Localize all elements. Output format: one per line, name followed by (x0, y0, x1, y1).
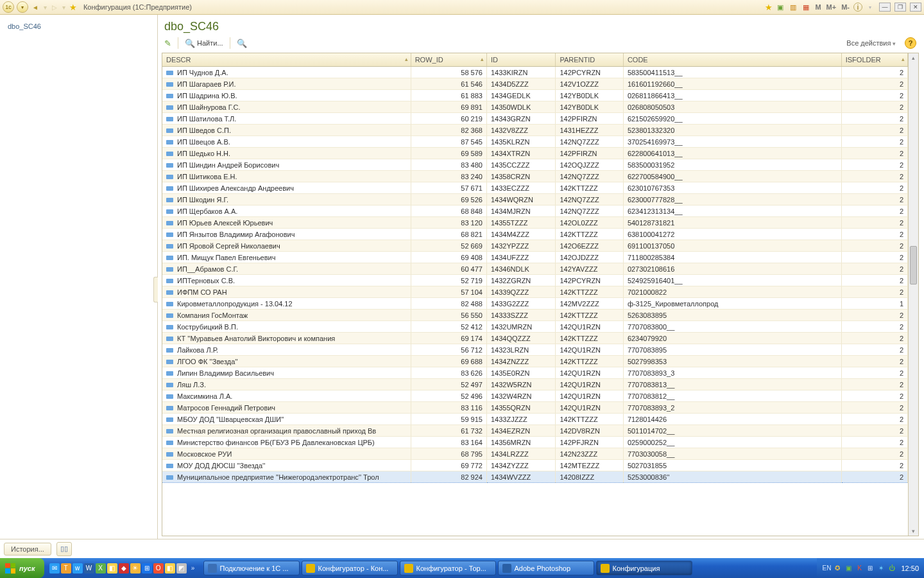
table-row[interactable]: ИП Янзытов Владимир Агафонович68 8211434… (162, 229, 908, 240)
table-row[interactable]: ИП Шадрина Ю.В.61 8831434GEDLK142YB0DLK0… (162, 90, 908, 101)
dropdown-button[interactable]: ▾ (17, 1, 28, 13)
table-row[interactable]: МОУ ДОД ДЮСШ ''Звезда''69 7721434ZYZZZ14… (162, 460, 908, 471)
table-row[interactable]: ИП Швецов А.В.87 5451435KLRZN142NQ7ZZZ37… (162, 136, 908, 148)
table-row[interactable]: Местная религиозная организация правосла… (162, 425, 908, 437)
table-row[interactable]: ИП Шихирев Александр Андреевич57 6711433… (162, 182, 908, 194)
table-row[interactable]: ИП Чуднов Д.А.58 5761433KIRZN142PCYRZN58… (162, 67, 908, 78)
ql-icon[interactable]: w (73, 563, 83, 574)
m-minus-button[interactable]: M- (840, 3, 851, 11)
find-button[interactable]: 🔍Найти... (185, 39, 223, 48)
ql-icon[interactable]: ⊞ (142, 563, 152, 574)
table-row[interactable]: Кировметаллопродукция - 13.04.1282 48814… (162, 298, 908, 310)
scroll-down-icon[interactable]: ▾ (909, 527, 918, 536)
ql-icon[interactable]: X (96, 563, 106, 574)
tray-lang[interactable]: EN (822, 564, 831, 573)
table-row[interactable]: ИП Шкодин Я.Г.69 5261434WQRZN142NQ7ZZZ62… (162, 194, 908, 206)
vertical-scrollbar[interactable]: ▴ ▾ (908, 53, 918, 536)
panel-icon[interactable]: ▥ (788, 2, 798, 12)
ql-icon[interactable]: ◧ (107, 563, 117, 574)
tray-clock[interactable]: 12:50 (901, 565, 919, 572)
nav-back-menu-icon[interactable]: ▾ (42, 4, 48, 11)
ql-more-icon[interactable]: » (188, 563, 198, 574)
table-row[interactable]: ЛГОО ФК ''Звезда''69 6881434ZNZZZ142KTTZ… (162, 356, 908, 367)
scroll-up-icon[interactable]: ▴ (909, 53, 918, 62)
tray-icon[interactable]: K (855, 564, 864, 573)
table-row[interactable]: Максимкина Л.А.52 4961432W4RZN142QU1RZN7… (162, 390, 908, 402)
help-icon[interactable]: ? (905, 37, 916, 49)
edit-button[interactable]: ✎ (164, 39, 171, 48)
start-button[interactable]: пуск (0, 558, 44, 578)
table-row[interactable]: ИП Шедько Н.Н.69 5891434XTRZN142PFIRZN62… (162, 148, 908, 159)
tray-icon[interactable]: ⏻ (887, 564, 896, 573)
table-row[interactable]: ИП__Абрамов С.Г.60 47714346NDLK142YAVZZZ… (162, 263, 908, 275)
info-menu-icon[interactable]: ▾ (865, 2, 875, 12)
table-row[interactable]: ИПТерновых С.В.52 7191432ZGRZN142PCYRZN5… (162, 275, 908, 286)
favorites-icon[interactable]: ★ (69, 3, 77, 12)
all-actions-button[interactable]: Все действия (846, 39, 896, 47)
info-icon[interactable]: i (853, 3, 862, 12)
table-row[interactable]: ИП. Мищук Павел Евгеньевич69 4081434UFZZ… (162, 252, 908, 263)
table-row[interactable]: ИП Шатилова Т.Л.60 21914343GRZN142PFIRZN… (162, 113, 908, 125)
table-row[interactable]: Липин Владимир Васильевич83 6261435E0RZN… (162, 367, 908, 379)
task-button[interactable]: Adobe Photoshop (498, 561, 594, 575)
table-row[interactable]: Муниципальное предприятие ''Нижегородэле… (162, 471, 908, 483)
table-row[interactable]: Министерство финансов РБ(ГБУЗ РБ Давлека… (162, 437, 908, 448)
table-row[interactable]: ИП Шайнурова Г.С.69 89114350WDLK142YB0DL… (162, 101, 908, 113)
tray-icon[interactable]: ▣ (844, 564, 853, 573)
col-rowid[interactable]: ROW_ID▴ (411, 53, 486, 67)
table-row[interactable]: ИП Шиндин Андрей Борисович83 4801435CCZZ… (162, 159, 908, 171)
ql-icon[interactable]: W (84, 563, 94, 574)
windows-button[interactable]: ▯▯ (56, 542, 72, 556)
table-row[interactable]: Московское РУИ68 7951434LRZZZ142N23ZZZ77… (162, 448, 908, 460)
table-row[interactable]: ИП Юрьев Алексей Юрьевич83 12014355TZZZ1… (162, 217, 908, 229)
history-button[interactable]: История... (4, 543, 51, 556)
col-code[interactable]: CODE (623, 53, 841, 67)
clear-filter-button[interactable]: 🔍 (237, 39, 247, 48)
tray-icon[interactable]: ⊞ (866, 564, 875, 573)
task-button[interactable]: Конфигуратор - Тор... (400, 561, 496, 575)
table-row[interactable]: ИП Яровой Сергей Николаевич52 6691432YPZ… (162, 240, 908, 252)
nav-collapse-handle[interactable] (153, 277, 158, 302)
table-row[interactable]: ИП Шведов С.П.82 3681432V8ZZZ1431HEZZZ52… (162, 125, 908, 136)
ql-icon[interactable]: ☀ (130, 563, 141, 574)
link-icon[interactable]: ▣ (775, 2, 785, 12)
col-parentid[interactable]: PARENTID (556, 53, 623, 67)
table-row[interactable]: ИП Щербаков А.А.68 8481434MJRZN142NQ7ZZZ… (162, 206, 908, 217)
col-descr[interactable]: DESCR▴ (162, 53, 411, 67)
table-row[interactable]: Лайкова Л.Р.56 71214323LRZN142QU1RZN7707… (162, 344, 908, 356)
minimize-button[interactable]: — (879, 3, 891, 12)
ql-icon[interactable]: ◩ (176, 563, 187, 574)
ql-icon[interactable]: ◆ (119, 563, 129, 574)
table-row[interactable]: КТ ''Муравьев Анатолий Викторович и комп… (162, 333, 908, 344)
restore-button[interactable]: ❐ (894, 3, 906, 12)
table-row[interactable]: Компания ГосМонтаж56 55014333SZZZ142KTTZ… (162, 310, 908, 321)
ql-icon[interactable]: ◧ (165, 563, 175, 574)
col-id[interactable]: ID (486, 53, 556, 67)
tray-icon[interactable]: ✪ (833, 564, 842, 573)
ql-icon[interactable]: O (153, 563, 164, 574)
nav-fwd-icon[interactable]: ▷ (51, 4, 58, 11)
col-isfolder[interactable]: ISFOLDER▴ (841, 53, 907, 67)
task-button[interactable]: Конфигуратор - Кон... (302, 561, 398, 575)
task-button[interactable]: Конфигурация (596, 561, 692, 575)
nav-fwd-menu-icon[interactable]: ▾ (61, 4, 67, 11)
table-row[interactable]: ИФПМ СО РАН57 10414339QZZZ142KTTZZZ70210… (162, 286, 908, 298)
app-menu-button[interactable]: 1c (3, 1, 14, 13)
ql-icon[interactable]: ✉ (49, 563, 60, 574)
scroll-thumb[interactable] (910, 246, 917, 285)
table-row[interactable]: Ляш Л.З.52 4971432W5RZN142QU1RZN77070838… (162, 379, 908, 390)
table-row[interactable]: ИП Шитикова Е.Н.83 24014358CRZN142NQ7ZZZ… (162, 171, 908, 182)
task-button[interactable]: Подключение к 1С ... (203, 561, 300, 575)
ql-icon[interactable]: T (61, 563, 71, 574)
nav-back-icon[interactable]: ◄ (31, 4, 40, 11)
calendar-icon[interactable]: ▦ (801, 2, 811, 12)
nav-item-dbo[interactable]: dbo_SC46 (6, 20, 151, 33)
m-button[interactable]: M (814, 3, 822, 11)
m-plus-button[interactable]: M+ (825, 3, 838, 11)
table-row[interactable]: Матросов Геннадий Петрович83 11614355QRZ… (162, 402, 908, 414)
tray-icon[interactable]: ✶ (877, 564, 886, 573)
table-row[interactable]: Кострубицкий В.П.52 4121432UMRZN142QU1RZ… (162, 321, 908, 333)
star-icon[interactable]: ★ (765, 3, 773, 12)
table-row[interactable]: МБОУ ДОД ''Шварцевская ДШИ''59 9151433ZJ… (162, 414, 908, 425)
table-row[interactable]: ИП Шагараев Р.И.61 5461434D5ZZZ142V1OZZZ… (162, 78, 908, 90)
